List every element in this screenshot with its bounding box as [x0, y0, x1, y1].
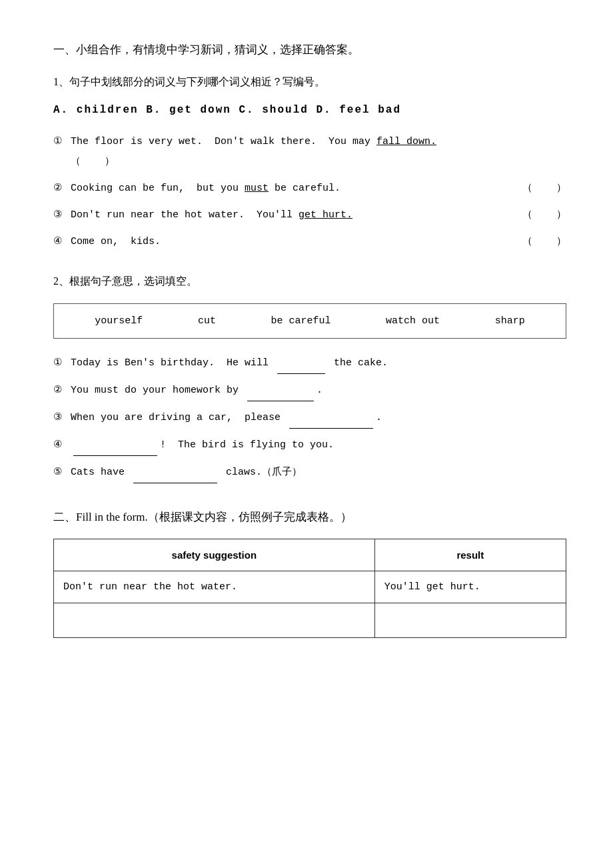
q2-s1-num: ①	[53, 353, 67, 373]
blank4[interactable]	[73, 435, 157, 456]
q1-sentence1: ① The floor is very wet. Don't walk ther…	[53, 132, 566, 172]
sentence1-num: ①	[53, 132, 67, 152]
q2-s3-text: When you are driving a car, please .	[71, 408, 382, 429]
table-row-1: Don't run near the hot water. You'll get…	[54, 571, 566, 603]
word3: be careful	[271, 312, 330, 330]
sentence1-text: The floor is very wet. Don't walk there.…	[71, 132, 566, 152]
q2-s2-num: ②	[53, 381, 67, 401]
fill-form-table: safety suggestion result Don't run near …	[53, 539, 566, 638]
word2: cut	[198, 312, 216, 330]
table-header-col1: safety suggestion	[54, 539, 375, 571]
q2-sentence4: ④ ! The bird is flying to you.	[53, 435, 566, 456]
q2-sentence2: ② You must do your homework by .	[53, 381, 566, 401]
q2-s3-num: ③	[53, 408, 67, 428]
sentence2-underline: must	[245, 183, 269, 194]
q1-sentence4: ④ Come on, kids. （ ）	[53, 232, 566, 252]
q1-sentence2: ② Cooking can be fun, but you must be ca…	[53, 179, 566, 199]
sentence2-text: Cooking can be fun, but you must be care…	[71, 179, 566, 199]
word-box: yourself cut be careful watch out sharp	[53, 303, 566, 339]
sentence3-text: Don't run near the hot water. You'll get…	[71, 205, 566, 225]
table-row-2	[54, 603, 566, 637]
q2-s4-num: ④	[53, 435, 67, 455]
sentence3-paren: （ ）	[522, 205, 566, 225]
word4: watch out	[386, 312, 440, 330]
table-cell-2-2	[374, 603, 566, 637]
q2-s1-text: Today is Ben's birthday. He will the cak…	[71, 353, 388, 374]
blank2[interactable]	[247, 381, 314, 401]
q2-s5-num: ⑤	[53, 463, 67, 483]
q2-s5-text: Cats have claws.（爪子）	[71, 463, 302, 483]
sentence2-num: ②	[53, 179, 67, 199]
table-header-col2: result	[374, 539, 566, 571]
table-cell-1-2: You'll get hurt.	[374, 571, 566, 603]
q2-sentence3: ③ When you are driving a car, please .	[53, 408, 566, 429]
blank5[interactable]	[133, 463, 217, 483]
sentence4-paren: （ ）	[522, 232, 566, 252]
q2-s4-text: ! The bird is flying to you.	[71, 435, 334, 456]
sentence4-num: ④	[53, 232, 67, 252]
q1-options: A. children B. get down C. should D. fee…	[53, 101, 566, 120]
sentence4-text: Come on, kids.	[71, 232, 566, 252]
q2-sentence5: ⑤ Cats have claws.（爪子）	[53, 463, 566, 483]
q1-sentence3: ③ Don't run near the hot water. You'll g…	[53, 205, 566, 225]
sentence3-underline: get hurt.	[299, 209, 352, 221]
sentence1-underline: fall down.	[376, 136, 436, 147]
table-cell-2-1	[54, 603, 375, 637]
blank1[interactable]	[277, 353, 325, 374]
section1-title: 一、小组合作，有情境中学习新词，猜词义，选择正确答案。	[53, 40, 566, 61]
word1: yourself	[95, 312, 143, 330]
sentence3-num: ③	[53, 205, 67, 225]
q1-title: 1、句子中划线部分的词义与下列哪个词义相近？写编号。	[53, 73, 566, 92]
word5: sharp	[495, 312, 525, 330]
table-cell-1-1: Don't run near the hot water.	[54, 571, 375, 603]
blank3[interactable]	[289, 408, 373, 429]
q2-title: 2、根据句子意思，选词填空。	[53, 272, 566, 291]
q2-s2-text: You must do your homework by .	[71, 381, 322, 401]
section2-title: 二、Fill in the form.（根据课文内容，仿照例子完成表格。）	[53, 507, 566, 528]
sentence2-paren: （ ）	[522, 179, 566, 199]
q2-sentence1: ① Today is Ben's birthday. He will the c…	[53, 353, 566, 374]
